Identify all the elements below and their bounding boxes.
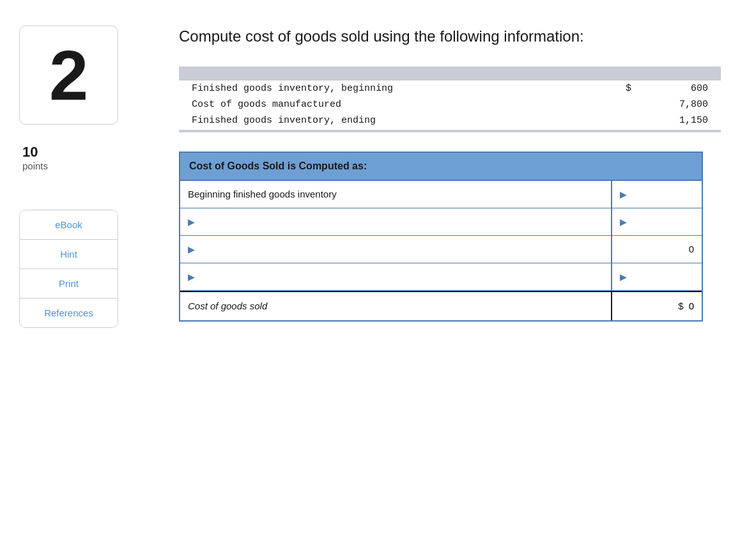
references-button[interactable]: References (20, 299, 118, 327)
question-number-box: 2 (19, 26, 118, 125)
answer-label-3: ▶ (180, 236, 612, 263)
info-row-label-2: Cost of goods manufactured (179, 97, 567, 113)
answer-label-2: ▶ (180, 208, 612, 235)
info-row-dollar-1: $ (567, 81, 644, 97)
info-row-label-1: Finished goods inventory, beginning (179, 81, 567, 97)
question-title: Compute cost of goods sold using the fol… (179, 26, 721, 47)
info-row-amount-3: 1,150 (644, 113, 721, 130)
arrow-left-3: ▶ (188, 244, 195, 254)
answer-row-2: ▶ ▶ (180, 208, 702, 236)
answer-input-label-3[interactable] (197, 244, 603, 254)
table-row: Finished goods inventory, ending 1,150 (179, 113, 721, 130)
hint-button[interactable]: Hint (20, 240, 118, 269)
answer-value-2[interactable]: ▶ (612, 208, 702, 235)
arrow-right-4: ▶ (620, 272, 627, 282)
answer-row-3: ▶ 0 (180, 236, 702, 263)
answer-table-header: Cost of Goods Sold is Computed as: (180, 153, 702, 181)
info-row-dollar-3 (567, 113, 644, 130)
points-value: 10 (22, 144, 48, 160)
final-value: 0 (689, 300, 694, 311)
table-row: Finished goods inventory, beginning $ 60… (179, 81, 721, 97)
answer-label-1: Beginning finished goods inventory (180, 181, 612, 208)
arrow-left-4: ▶ (188, 272, 195, 282)
ebook-button[interactable]: eBook (20, 210, 118, 240)
final-value-cell[interactable]: $ 0 (612, 292, 702, 320)
answer-value-1[interactable]: ▶ (612, 181, 702, 208)
info-table: Finished goods inventory, beginning $ 60… (179, 66, 721, 132)
answer-label-text-1: Beginning finished goods inventory (188, 189, 337, 199)
points-label: points (22, 160, 48, 171)
answer-input-label-2[interactable] (197, 216, 603, 227)
info-row-dollar-2 (567, 97, 644, 113)
arrow-right-1: ▶ (620, 189, 627, 199)
final-row: Cost of goods sold $ 0 (180, 291, 702, 320)
answer-input-4[interactable] (629, 271, 694, 282)
question-number: 2 (49, 40, 88, 111)
arrow-right-2: ▶ (620, 217, 627, 227)
answer-table: Cost of Goods Sold is Computed as: Begin… (179, 152, 703, 322)
answer-value-4[interactable]: ▶ (612, 263, 702, 290)
info-row-amount-1: 600 (644, 81, 721, 97)
answer-input-1[interactable] (629, 189, 694, 199)
answer-label-4: ▶ (180, 263, 612, 290)
info-table-footer-cell (179, 130, 721, 132)
info-row-amount-2: 7,800 (644, 97, 721, 113)
final-label-text: Cost of goods sold (188, 300, 267, 311)
answer-row-4: ▶ ▶ (180, 263, 702, 291)
answer-table-container: Cost of Goods Sold is Computed as: Begin… (179, 152, 703, 322)
main-content: Compute cost of goods sold using the fol… (153, 19, 721, 328)
value-display-3: 0 (689, 244, 694, 254)
answer-value-3[interactable]: 0 (612, 236, 702, 263)
left-sidebar: 2 10 points eBook Hint Print References (19, 19, 153, 328)
table-row: Cost of goods manufactured 7,800 (179, 97, 721, 113)
answer-input-label-4[interactable] (197, 271, 603, 282)
arrow-left-2: ▶ (188, 217, 195, 227)
info-table-header-cell (179, 66, 721, 81)
nav-buttons: eBook Hint Print References (19, 210, 118, 328)
final-dollar-sign: $ (678, 300, 683, 311)
answer-row-1: Beginning finished goods inventory ▶ (180, 181, 702, 208)
info-row-label-3: Finished goods inventory, ending (179, 113, 567, 130)
points-section: 10 points (22, 144, 48, 171)
final-label: Cost of goods sold (180, 292, 612, 320)
info-table-container: Finished goods inventory, beginning $ 60… (179, 66, 721, 132)
print-button[interactable]: Print (20, 269, 118, 299)
answer-input-2[interactable] (629, 216, 694, 227)
